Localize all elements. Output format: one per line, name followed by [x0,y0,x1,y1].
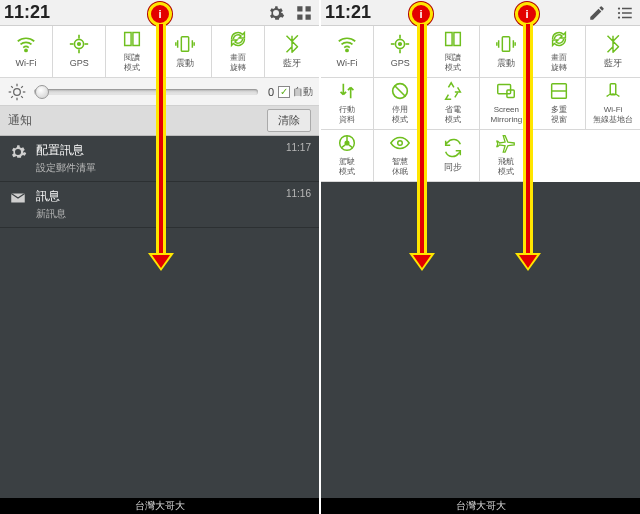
qs-label: GPS [391,58,410,68]
left-panel: 11:21 Wi-FiGPS閱讀 模式震動畫面 旋轉藍牙 0 自動 通知 清除 … [0,0,319,514]
settings-gear-icon[interactable] [265,2,287,24]
wifi-icon [336,33,358,55]
qs-plane[interactable]: 飛航 模式 [480,130,533,182]
svg-rect-11 [182,37,189,52]
qs-label: 行動 資料 [339,105,355,125]
qs-multi[interactable]: 多重 視窗 [533,78,586,130]
bluetooth-icon [602,33,624,55]
qs-screen[interactable]: Screen Mirroring [480,78,533,130]
auto-brightness-checkbox[interactable] [278,86,290,98]
qs-label: 畫面 旋轉 [230,53,246,73]
svg-point-26 [618,16,620,18]
qs-data[interactable]: 行動 資料 [321,78,374,130]
edit-pencil-icon[interactable] [586,2,608,24]
svg-point-6 [78,43,81,46]
notification-item[interactable]: 訊息新訊息11:16 [0,182,319,228]
rotate-icon [227,28,249,50]
notif-time: 11:17 [286,142,311,175]
statusbar-right: 11:21 [321,0,640,26]
svg-point-30 [399,43,402,46]
sync-icon [442,137,464,159]
qs-eye[interactable]: 智慧 休眠 [374,130,427,182]
qs-rotate[interactable]: 畫面 旋轉 [533,26,586,78]
wheel-icon [336,132,358,154]
qs-book[interactable]: 閱讀 模式 [106,26,159,78]
qs-label: 閱讀 模式 [445,53,461,73]
book-icon [121,28,143,50]
qs-label: 同步 [444,162,462,172]
plane-icon [495,132,517,154]
svg-rect-27 [622,16,632,18]
clock: 11:21 [325,2,371,23]
qs-label: 停用 模式 [392,105,408,125]
qs-block[interactable]: 停用 模式 [374,78,427,130]
svg-rect-3 [306,14,311,19]
wifi-icon [15,33,37,55]
svg-line-18 [21,96,23,98]
svg-rect-0 [297,6,302,11]
book-icon [442,28,464,50]
mail-icon [8,188,28,208]
qs-label: 震動 [176,58,194,68]
qs-label: Screen Mirroring [491,105,523,125]
svg-point-45 [398,141,403,146]
grid-toggle-icon[interactable] [293,2,315,24]
qs-label: 閱讀 模式 [124,53,140,73]
brightness-row: 0 自動 [0,78,319,106]
hotspot-icon [602,80,624,102]
notification-title: 通知 [8,112,267,129]
qs-label: 駕駛 模式 [339,157,355,177]
svg-point-44 [345,141,349,145]
notification-item[interactable]: 配置訊息設定郵件清單11:17 [0,136,319,182]
qs-label: Wi-Fi 無線基地台 [593,105,633,125]
svg-rect-23 [622,7,632,9]
svg-rect-1 [306,6,311,11]
qs-gps[interactable]: GPS [53,26,106,78]
vibrate-icon [495,33,517,55]
qs-sync[interactable]: 同步 [427,130,480,182]
clear-button[interactable]: 清除 [267,109,311,132]
svg-point-12 [14,88,21,95]
eye-icon [389,132,411,154]
brightness-value: 0 [268,86,274,98]
notif-time: 11:16 [286,188,311,221]
qs-label: 畫面 旋轉 [551,53,567,73]
qs-book[interactable]: 閱讀 模式 [427,26,480,78]
bluetooth-icon [281,33,303,55]
qs-wifi[interactable]: Wi-Fi [321,26,374,78]
screen-icon [495,80,517,102]
vibrate-icon [174,33,196,55]
svg-rect-25 [622,12,632,14]
notif-subtitle: 新訊息 [36,207,286,221]
qs-vibrate[interactable]: 震動 [159,26,212,78]
qs-hotspot[interactable]: Wi-Fi 無線基地台 [586,78,639,130]
statusbar-left: 11:21 [0,0,319,26]
qs-wheel[interactable]: 駕駛 模式 [321,130,374,182]
qs-label: 藍牙 [283,58,301,68]
menu-lines-icon[interactable] [614,2,636,24]
right-panel: 11:21 Wi-FiGPS閱讀 模式震動畫面 旋轉藍牙行動 資料停用 模式省電… [321,0,640,514]
rotate-icon [548,28,570,50]
svg-line-17 [11,86,13,88]
notification-header: 通知 清除 [0,106,319,136]
qs-rotate[interactable]: 畫面 旋轉 [212,26,265,78]
brightness-slider[interactable] [34,89,258,95]
qs-wifi[interactable]: Wi-Fi [0,26,53,78]
gps-icon [389,33,411,55]
multi-icon [548,80,570,102]
notif-subtitle: 設定郵件清單 [36,161,286,175]
svg-line-20 [21,86,23,88]
qs-vibrate[interactable]: 震動 [480,26,533,78]
gear-icon [8,142,28,162]
svg-line-19 [11,96,13,98]
svg-rect-38 [498,85,511,94]
qs-label: 省電 模式 [445,105,461,125]
quick-settings-left: Wi-FiGPS閱讀 模式震動畫面 旋轉藍牙 [0,26,319,78]
qs-bluetooth[interactable]: 藍牙 [265,26,318,78]
qs-bluetooth[interactable]: 藍牙 [586,26,639,78]
qs-gps[interactable]: GPS [374,26,427,78]
qs-recycle[interactable]: 省電 模式 [427,78,480,130]
qs-label: 飛航 模式 [498,157,514,177]
recycle-icon [442,80,464,102]
auto-brightness-label: 自動 [293,85,313,99]
